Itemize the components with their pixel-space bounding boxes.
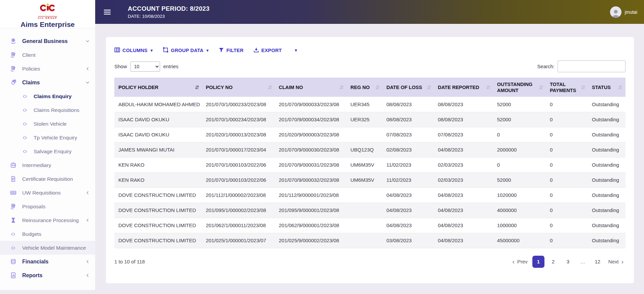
table-row[interactable]: KEN RAKO201/070/1/000103/2022/06201/070/… bbox=[114, 172, 626, 187]
table-cell: DOVE CONSTRUCTION LIMITED bbox=[114, 233, 202, 248]
table-cell: 201/062/1/000011/2023/08 bbox=[202, 218, 275, 233]
group-data-button[interactable]: GROUP DATA ▾ bbox=[163, 47, 209, 54]
sidebar-item-proposals[interactable]: Proposals bbox=[0, 200, 95, 213]
column-header-date-reported[interactable]: DATE REPORTED bbox=[434, 78, 494, 97]
search-label: Search: bbox=[537, 64, 555, 69]
table-row[interactable]: DOVE CONSTRUCTION LIMITED201/112/1/00000… bbox=[114, 187, 626, 203]
content-card: COLUMNS ▾ GROUP DATA ▾ FILTER E bbox=[106, 37, 634, 283]
hamburger-menu-button[interactable] bbox=[104, 9, 111, 15]
double-chevron-icon bbox=[9, 245, 17, 251]
sidebar-item-certificate-requisition[interactable]: Certificate Requisition bbox=[0, 172, 95, 186]
table-cell: ISAAC DAVID OKUKU bbox=[114, 112, 202, 127]
table-row[interactable]: JAMES MWANGI MUTAI201/070/1/000017/2023/… bbox=[114, 142, 626, 157]
sidebar-item-reports[interactable]: Reports bbox=[0, 268, 95, 282]
table-cell bbox=[347, 187, 383, 203]
double-chevron-icon bbox=[22, 94, 28, 99]
page-button-12[interactable]: 12 bbox=[592, 256, 604, 268]
column-header-policy-holder[interactable]: POLICY HOLDER bbox=[114, 78, 202, 97]
table-cell: 0 bbox=[546, 112, 589, 127]
table-row[interactable]: ABDUL-HAKIM MOHAMED AHMED201/070/1/00023… bbox=[114, 97, 626, 112]
sort-icon bbox=[376, 85, 380, 90]
table-cell bbox=[347, 127, 383, 142]
table-cell: UER345 bbox=[347, 97, 383, 112]
sidebar-item-salvage-enquiry[interactable]: Salvage Enquiry bbox=[0, 144, 95, 158]
table-row[interactable]: DOVE CONSTRUCTION LIMITED201/062/1/00001… bbox=[114, 218, 626, 233]
chevron-down-icon bbox=[85, 39, 90, 43]
sidebar-item-label: Client bbox=[22, 52, 36, 58]
table-row[interactable]: DOVE CONSTRUCTION LIMITED201/095/1/00000… bbox=[114, 203, 626, 218]
sidebar-item-claims-requisitions[interactable]: Claims Requisitions bbox=[0, 103, 95, 117]
sidebar-item-claims[interactable]: Claims bbox=[0, 76, 95, 89]
file-icon bbox=[9, 176, 17, 182]
table-row[interactable]: ISAAC DAVID OKUKU201/070/1/000234/2023/0… bbox=[114, 112, 626, 127]
table-row[interactable]: KEN RAKO201/070/1/000103/2022/06201/070/… bbox=[114, 157, 626, 172]
table-cell: 201/070/9/000030/2023/08 bbox=[275, 142, 347, 157]
table-cell: 4000000 bbox=[494, 203, 546, 218]
column-label: POLICY NO bbox=[206, 85, 233, 90]
sidebar-item-uw-requisitions[interactable]: UW Requisitions bbox=[0, 186, 95, 200]
column-header-policy-no[interactable]: POLICY NO bbox=[202, 78, 275, 97]
table-cell: ABDUL-HAKIM MOHAMED AHMED bbox=[114, 97, 202, 112]
sidebar-item-policies[interactable]: Policies bbox=[0, 62, 95, 76]
filter-label: FILTER bbox=[226, 48, 243, 53]
columns-button[interactable]: COLUMNS ▾ bbox=[114, 47, 153, 54]
sidebar-item-reinsurance-processing[interactable]: Reinsurance Processing bbox=[0, 213, 95, 227]
sidebar-item-tp-vehicle-enquiry[interactable]: Tp Vehicle Enquiry bbox=[0, 131, 95, 144]
column-header-total-payments[interactable]: TOTAL PAYMENTS bbox=[546, 78, 589, 97]
sidebar-item-general-business[interactable]: General Business bbox=[0, 34, 95, 48]
sidebar-item-vehicle-model-maintenance[interactable]: Vehicle Model Maintenance bbox=[0, 241, 95, 255]
table-cell: 201/062/9/000001/2023/08 bbox=[275, 218, 347, 233]
table-cell bbox=[347, 218, 383, 233]
table-row[interactable]: DOVE CONSTRUCTION LIMITED201/025/1/00000… bbox=[114, 233, 626, 248]
export-button[interactable]: EXPORT bbox=[254, 47, 282, 54]
sidebar-item-label: Claims bbox=[22, 80, 40, 86]
column-header-outstanding-amount[interactable]: OUTSTANDING AMOUNT bbox=[494, 78, 546, 97]
column-header-claim-no[interactable]: CLAIM NO bbox=[275, 78, 347, 97]
main-content: COLUMNS ▾ GROUP DATA ▾ FILTER E bbox=[95, 24, 644, 294]
table-cell: 04/08/2023 bbox=[434, 142, 494, 157]
document-pen-icon bbox=[9, 66, 17, 72]
table-cell: 201/070/9/000033/2023/08 bbox=[275, 97, 347, 112]
column-label: STATUS bbox=[592, 85, 611, 90]
avatar[interactable] bbox=[610, 6, 621, 18]
group-data-label: GROUP DATA bbox=[171, 48, 203, 53]
filter-button[interactable]: FILTER bbox=[219, 47, 243, 54]
sidebar-item-client[interactable]: Client bbox=[0, 48, 95, 62]
page-button-1[interactable]: 1 bbox=[532, 256, 544, 268]
table-row[interactable]: ISAAC DAVID OKUKU201/020/1/000013/2023/0… bbox=[114, 127, 626, 142]
column-header-date-of-loss[interactable]: DATE OF LOSS bbox=[383, 78, 434, 97]
page-button-2[interactable]: 2 bbox=[547, 256, 559, 268]
sidebar-item-claims-enquiry[interactable]: Claims Enquiry bbox=[0, 89, 95, 103]
account-period-title: ACCOUNT PERIOD: 8/2023 bbox=[128, 5, 210, 12]
show-label: Show bbox=[114, 64, 127, 69]
sidebar-item-intermediary[interactable]: Intermediary bbox=[0, 158, 95, 172]
table-cell: 52000 bbox=[494, 172, 546, 187]
next-label: Next bbox=[608, 259, 619, 264]
search-input[interactable] bbox=[558, 60, 626, 72]
table-cell: 02/03/2023 bbox=[434, 157, 494, 172]
table-cell: 04/08/2023 bbox=[434, 187, 494, 203]
prev-page-button[interactable]: ‹Prev bbox=[510, 258, 530, 265]
export-caret-button[interactable]: ▼ bbox=[294, 48, 298, 53]
table-cell: 04/08/2023 bbox=[383, 218, 434, 233]
table-cell: 0 bbox=[546, 233, 589, 248]
sidebar-item-budgets[interactable]: Budgets bbox=[0, 227, 95, 241]
chevron-left-icon bbox=[85, 273, 90, 278]
column-header-status[interactable]: STATUS bbox=[589, 78, 626, 97]
page-button-3[interactable]: 3 bbox=[562, 256, 574, 268]
next-page-button[interactable]: Next› bbox=[606, 258, 626, 265]
columns-icon bbox=[114, 47, 120, 54]
entries-label: entries bbox=[163, 64, 179, 69]
pagination-ellipsis: … bbox=[577, 256, 589, 268]
sidebar-item-financials[interactable]: Financials bbox=[0, 255, 95, 268]
table-cell: 08/08/2023 bbox=[434, 112, 494, 127]
table-cell: 0 bbox=[546, 203, 589, 218]
table-cell: 201/025/1/000001/2023/07 bbox=[202, 233, 275, 248]
page-size-select[interactable]: 10 bbox=[130, 61, 160, 72]
sidebar-header: CIC GROUP Aims Enterprise bbox=[0, 0, 95, 28]
column-header-reg-no[interactable]: REG NO bbox=[347, 78, 383, 97]
table-cell: Outstanding bbox=[589, 142, 626, 157]
document-pen-icon bbox=[9, 203, 17, 210]
table-cell: 0 bbox=[546, 127, 589, 142]
sidebar-item-stolen-vehicle[interactable]: Stolen Vehicle bbox=[0, 117, 95, 131]
